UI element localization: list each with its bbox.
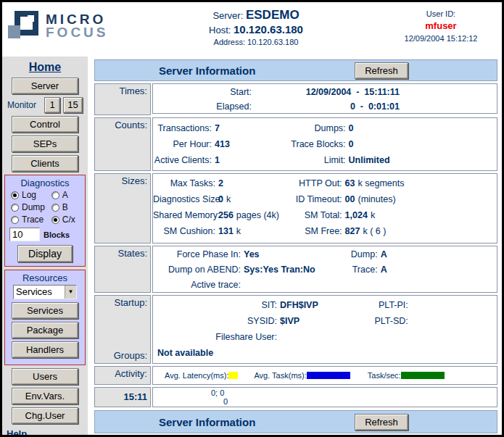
bottom-banner: Server Information Refresh <box>94 410 497 433</box>
refresh-button-top[interactable]: Refresh <box>355 62 408 79</box>
radio-cx-icon[interactable] <box>51 216 59 224</box>
states-row: States: Force Phase In:Yes Dump on ABEND… <box>94 246 497 293</box>
bottom-title: Server Information <box>159 416 255 428</box>
help-label: Help <box>7 428 88 437</box>
counts-row: Counts: Transactions:7 Per Hour:413 Acti… <box>94 117 497 171</box>
diagnostics-title: Diagnostics <box>8 178 82 188</box>
header: MICRO FOCUS Server: ESDEMO Host: 10.120.… <box>2 2 502 54</box>
sizes-row: Sizes: Max Tasks:2 Diagnostics Size:0k S… <box>94 173 497 244</box>
seps-button[interactable]: SEPs <box>12 136 78 152</box>
force-phase-in-value: Yes <box>244 247 260 262</box>
radio-cx[interactable]: C/x <box>51 215 82 225</box>
sysid-value: $IVP <box>280 313 299 329</box>
resources-title: Resources <box>8 272 82 283</box>
page-title: Server Information <box>159 64 255 77</box>
dump-state-value: A <box>381 247 387 262</box>
diag-size-value: 0 <box>218 191 223 207</box>
server-name: ESDEMO <box>246 8 299 22</box>
avg-latency-label: Avg. Latency(ms): <box>165 371 228 380</box>
trace-state-value: A <box>381 262 387 278</box>
start-value: 12/09/2004 - 15:11:11 <box>255 85 400 99</box>
start-label: Start: <box>153 85 255 99</box>
limit-value: Unlimited <box>349 152 390 168</box>
counts-label: Counts: <box>94 117 151 171</box>
radio-b-icon[interactable] <box>51 204 59 212</box>
micro-focus-logo: MICRO FOCUS <box>8 9 109 43</box>
sm-total-value: 1,024 <box>345 207 368 223</box>
transactions-value: 7 <box>215 120 220 136</box>
timeline-row: 15:11 0; 0 0 <box>94 387 497 407</box>
radio-a-icon[interactable] <box>51 191 59 199</box>
task-sec-label: Task/sec: <box>368 371 401 380</box>
server-identity: Server: ESDEMO Host: 10.120.63.180 Addre… <box>169 8 343 46</box>
groups-label: Groups: <box>95 350 147 361</box>
chguser-button[interactable]: Chg.User <box>12 407 78 424</box>
package-button[interactable]: Package <box>12 322 78 338</box>
startup-row: Startup: Groups: SIT:DFH$IVP SYSID:$IVP … <box>94 295 497 364</box>
monitor-row: Monitor 1 15 <box>2 97 88 113</box>
times-row: Times: Start:12/09/2004 - 15:11:11 Elaps… <box>94 83 497 115</box>
shared-memory-value: 256 <box>218 207 234 223</box>
max-tasks-value: 2 <box>218 175 223 191</box>
id-timeout-value: 00 <box>345 191 355 207</box>
host-label: Host: <box>209 25 231 36</box>
body: Home Server Monitor 1 15 Control SEPs Cl… <box>2 54 502 435</box>
blocks-input[interactable] <box>9 228 40 241</box>
sizes-label: Sizes: <box>94 173 151 244</box>
login-timestamp: 12/09/2004 15:12:12 <box>394 34 488 43</box>
home-link[interactable]: Home <box>2 61 88 74</box>
http-out-value: 63 <box>345 175 355 191</box>
active-clients-value: 1 <box>215 152 220 168</box>
dumps-value: 0 <box>349 120 354 136</box>
diagnostics-radio-group: Log A Dump B <box>8 190 82 225</box>
radio-log-icon[interactable] <box>11 191 19 199</box>
server-button[interactable]: Server <box>12 78 78 94</box>
sm-cushion-value: 131 <box>218 223 234 239</box>
address-line: Address: 10.120.63.180 <box>169 38 343 46</box>
admin-window: MICRO FOCUS Server: ESDEMO Host: 10.120.… <box>0 0 504 437</box>
resources-select[interactable]: Services ▼ <box>13 285 77 299</box>
radio-log[interactable]: Log <box>11 190 51 200</box>
elapsed-value: 0 - 0:01:01 <box>255 99 400 114</box>
control-button[interactable]: Control <box>12 116 78 133</box>
timeline-time: 15:11 <box>94 387 151 407</box>
radio-dump-icon[interactable] <box>11 204 19 212</box>
times-label: Times: <box>94 83 151 115</box>
refresh-button-bottom[interactable]: Refresh <box>355 414 408 430</box>
per-hour-value: 413 <box>215 136 230 152</box>
radio-a[interactable]: A <box>51 190 82 200</box>
states-label: States: <box>94 246 151 293</box>
activity-label: Activity: <box>94 366 151 385</box>
services-button[interactable]: Services <box>12 302 78 319</box>
timeline-values-line1: 0; 0 <box>153 388 497 397</box>
latency-bar <box>228 372 238 379</box>
monitor-1-button[interactable]: 1 <box>44 97 60 113</box>
blocks-label: Blocks <box>44 230 70 239</box>
radio-trace[interactable]: Trace <box>11 215 51 225</box>
micro-focus-logo-icon <box>8 9 40 43</box>
elapsed-label: Elapsed: <box>153 99 255 114</box>
host-value: 10.120.63.180 <box>234 23 303 36</box>
radio-dump[interactable]: Dump <box>11 202 51 212</box>
user-id-label: User ID: <box>394 9 488 18</box>
avg-task-label: Avg. Task(ms): <box>254 371 306 380</box>
radio-b[interactable]: B <box>51 202 82 212</box>
envvars-button[interactable]: Env.Vars. <box>12 388 78 404</box>
task-bar <box>307 372 350 379</box>
user-id-value: mfuser <box>394 20 488 31</box>
radio-trace-icon[interactable] <box>11 216 19 224</box>
chevron-down-icon[interactable]: ▼ <box>65 286 76 299</box>
server-label: Server: <box>212 10 243 21</box>
display-button[interactable]: Display <box>17 245 73 262</box>
users-button[interactable]: Users <box>12 368 78 385</box>
resources-select-value: Services <box>14 286 65 299</box>
activity-row: Activity: Avg. Latency(ms): Avg. Task(ms… <box>94 366 497 385</box>
sit-value: DFH$IVP <box>280 297 318 313</box>
diagnostics-panel: Diagnostics Log A Dump <box>4 175 86 267</box>
sm-free-value: 827 <box>345 223 360 239</box>
sidebar: Home Server Monitor 1 15 Control SEPs Cl… <box>2 57 88 435</box>
handlers-button[interactable]: Handlers <box>12 341 78 358</box>
trace-blocks-value: 0 <box>349 136 354 152</box>
clients-button[interactable]: Clients <box>12 155 78 172</box>
monitor-15-button[interactable]: 15 <box>63 97 83 113</box>
